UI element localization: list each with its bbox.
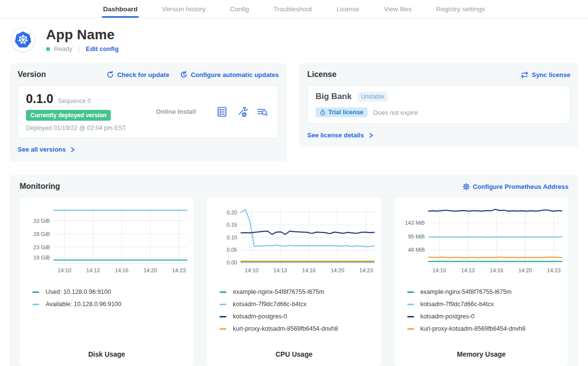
channel-badge: Unstable	[358, 92, 388, 102]
svg-text:14:20: 14:20	[518, 267, 532, 273]
chart-title: Memory Usage	[398, 350, 564, 360]
page-title: App Name	[46, 27, 119, 43]
deployed-timestamp: Deployed 01/19/22 @ 02:04 pm EST	[26, 125, 136, 131]
svg-text:14:13: 14:13	[273, 267, 287, 273]
legend-color-dash	[32, 291, 39, 293]
legend-color-dash	[220, 316, 226, 317]
checklist-icon	[216, 106, 228, 118]
license-type-badge: Trial license	[316, 107, 368, 117]
check-for-update-link[interactable]: Check for update	[106, 71, 169, 78]
svg-text:95 MiB: 95 MiB	[408, 234, 424, 239]
svg-text:14:16: 14:16	[490, 267, 503, 273]
svg-text:14:10: 14:10	[432, 267, 446, 273]
svg-text:14:10: 14:10	[245, 267, 259, 273]
svg-text:0.00: 0.00	[227, 260, 238, 265]
preflight-checks-button[interactable]	[216, 105, 228, 118]
legend-item: kotsadm-7f9dc7d66c-b4tcx	[407, 301, 564, 308]
legend-item: Used: 10.128.0.96:9100	[32, 288, 190, 295]
svg-text:143 MiB: 143 MiB	[405, 220, 425, 226]
legend-color-dash	[407, 304, 414, 305]
svg-text:33 GiB: 33 GiB	[33, 217, 50, 223]
version-number: 0.1.0	[26, 92, 53, 106]
chart-title: Disk Usage	[24, 350, 190, 360]
tab-license[interactable]: License	[336, 0, 361, 18]
svg-text:0.05: 0.05	[227, 247, 238, 253]
stopwatch-icon	[319, 109, 326, 116]
legend-item: example-nginx-54f8f76755-l675m	[220, 288, 377, 295]
legend-label: example-nginx-54f8f76755-l675m	[420, 288, 512, 295]
see-license-details-link[interactable]: See license details	[307, 131, 374, 139]
svg-text:14:23: 14:23	[172, 267, 186, 273]
legend-label: kurl-proxy-kotsadm-8569fb6454-dnvh8	[420, 325, 526, 332]
svg-text:14:10: 14:10	[58, 267, 72, 273]
svg-text:14:20: 14:20	[144, 267, 157, 273]
legend-color-dash	[32, 304, 39, 305]
wrench-gear-icon	[236, 106, 248, 118]
svg-text:14:20: 14:20	[331, 267, 344, 273]
auto-update-clock-icon	[180, 71, 188, 78]
svg-text:14:23: 14:23	[547, 267, 561, 273]
legend-label: kotsadm-7f9dc7d66c-b4tcx	[233, 301, 306, 308]
top-nav: Dashboard Version history Config Trouble…	[0, 0, 588, 18]
svg-text:14:23: 14:23	[360, 267, 373, 273]
view-deploy-logs-button[interactable]	[256, 105, 269, 118]
monitoring-section: Monitoring Configure Prometheus Address …	[10, 175, 578, 366]
svg-text:23 GiB: 23 GiB	[33, 244, 50, 250]
cpu-usage-legend: example-nginx-54f8f76755-l675mkotsadm-7f…	[211, 280, 377, 338]
license-expiry-label: Does not expire	[373, 109, 418, 116]
legend-item: kotsadm-postgres-0	[220, 313, 377, 320]
sync-license-link[interactable]: Sync license	[520, 71, 570, 78]
svg-text:0.15: 0.15	[227, 222, 238, 228]
svg-text:48 MiB: 48 MiB	[408, 247, 424, 253]
configure-prometheus-link[interactable]: Configure Prometheus Address	[463, 183, 568, 190]
tab-registry-settings[interactable]: Registry settings	[435, 0, 486, 18]
legend-item: kotsadm-postgres-0	[407, 313, 564, 320]
monitoring-title: Monitoring	[20, 182, 60, 191]
cpu-usage-chart-card: 14:1014:1314:1614:2014:230.200.150.100.0…	[207, 198, 381, 366]
legend-color-dash	[220, 328, 226, 330]
legend-item: kurl-proxy-kotsadm-8569fb6454-dnvh8	[407, 325, 564, 332]
chevron-right-icon	[368, 132, 374, 138]
memory-usage-chart-card: 14:1014:1314:1614:2014:23143 MiB95 MiB48…	[394, 198, 568, 366]
logs-search-icon	[256, 106, 268, 118]
disk-usage-chart: 14:1014:1314:1614:2014:2333 GiB28 GiB23 …	[24, 202, 190, 280]
legend-color-dash	[407, 291, 414, 293]
tab-config[interactable]: Config	[229, 0, 250, 18]
svg-text:0.10: 0.10	[227, 235, 238, 240]
kubernetes-logo-icon	[11, 27, 35, 52]
legend-label: kotsadm-7f9dc7d66c-b4tcx	[420, 301, 494, 308]
svg-text:14:13: 14:13	[86, 267, 100, 273]
license-card-title: License	[307, 70, 337, 79]
svg-text:14:16: 14:16	[115, 267, 128, 273]
svg-text:14:13: 14:13	[461, 267, 475, 273]
legend-item: example-nginx-54f8f76755-l675m	[407, 288, 564, 295]
legend-label: kotsadm-postgres-0	[233, 313, 287, 320]
refresh-icon	[106, 71, 114, 78]
edit-config-button[interactable]	[236, 105, 248, 118]
license-customer-name: Big Bank	[316, 92, 352, 102]
tab-troubleshoot[interactable]: Troubleshoot	[272, 0, 313, 18]
legend-label: Used: 10.128.0.96:9100	[46, 288, 111, 295]
sync-arrows-icon	[520, 71, 529, 78]
edit-config-link[interactable]: Edit config	[86, 45, 119, 52]
deployed-status-badge: Currently deployed version	[26, 110, 111, 121]
see-all-versions-link[interactable]: See all versions	[18, 146, 75, 153]
tab-dashboard[interactable]: Dashboard	[102, 0, 139, 18]
legend-item: kotsadm-7f9dc7d66c-b4tcx	[220, 301, 377, 308]
divider: |	[78, 45, 80, 52]
legend-item: kurl-proxy-kotsadm-8569fb6454-dnvh8	[220, 325, 377, 332]
disk-usage-legend: Used: 10.128.0.96:9100Available: 10.128.…	[24, 280, 190, 313]
version-card: Version Check for update Configure au	[10, 63, 287, 161]
legend-color-dash	[407, 316, 414, 317]
chart-title: CPU Usage	[211, 350, 377, 360]
legend-color-dash	[407, 328, 414, 330]
configure-automatic-updates-link[interactable]: Configure automatic updates	[180, 71, 279, 78]
gear-icon	[463, 183, 470, 190]
chevron-right-icon	[70, 147, 75, 153]
svg-text:0.20: 0.20	[227, 209, 238, 215]
tab-view-files[interactable]: View files	[383, 0, 413, 18]
install-type-label: Online Install	[136, 108, 216, 115]
tab-version-history[interactable]: Version history	[161, 0, 207, 18]
legend-label: example-nginx-54f8f76755-l675m	[233, 288, 324, 295]
version-card-title: Version	[18, 70, 46, 79]
